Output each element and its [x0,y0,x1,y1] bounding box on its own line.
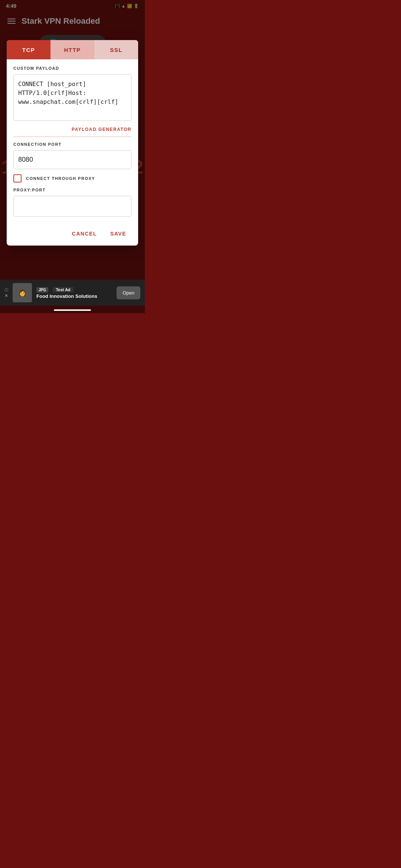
custom-payload-label: CUSTOM PAYLOAD [13,66,131,70]
dialog-actions: CANCEL SAVE [7,222,138,246]
connection-port-label: CONNECTION PORT [13,142,131,147]
connect-through-proxy-row: CONNECT THROUGH PROXY [13,174,131,183]
ad-image-placeholder: 👩 [18,289,26,297]
cancel-button[interactable]: CANCEL [67,228,102,240]
ad-bar: ⓘ ✕ 👩 JPG Test Ad Food Innovation Soluti… [0,280,145,306]
connection-port-input[interactable] [13,150,131,169]
ad-open-button[interactable]: Open [117,286,140,299]
home-indicator [54,309,91,311]
divider-1 [13,137,131,137]
payload-generator-button[interactable]: PAYLOAD GENERATOR [72,125,131,134]
ad-test-badge: Test Ad [53,287,73,292]
ad-title: Food Innovation Solutions [36,293,112,300]
tab-row: TCP HTTP SSL [7,40,138,59]
proxy-port-input[interactable] [13,196,131,217]
ad-thumbnail: 👩 [13,283,32,302]
connect-through-proxy-label: CONNECT THROUGH PROXY [26,176,95,181]
ad-badge: JPG [36,287,48,293]
tab-http[interactable]: HTTP [50,40,94,59]
ad-content: JPG Test Ad Food Innovation Solutions [36,286,112,300]
ad-close-icon[interactable]: ✕ [4,293,8,298]
custom-payload-input[interactable]: CONNECT [host_port] HTTP/1.0[crlf]Host: … [13,74,131,121]
info-icon: ⓘ [4,287,8,293]
ad-info-button[interactable]: ⓘ ✕ [4,287,8,298]
save-button[interactable]: SAVE [105,228,131,240]
payload-generator-row: PAYLOAD GENERATOR [13,122,131,135]
connect-through-proxy-checkbox[interactable] [13,174,22,183]
settings-dialog: TCP HTTP SSL CUSTOM PAYLOAD CONNECT [hos… [7,40,138,246]
proxy-port-label: PROXY:PORT [13,188,131,192]
tab-tcp[interactable]: TCP [7,40,50,59]
tab-ssl[interactable]: SSL [94,40,138,59]
dialog-body: CUSTOM PAYLOAD CONNECT [host_port] HTTP/… [7,59,138,222]
